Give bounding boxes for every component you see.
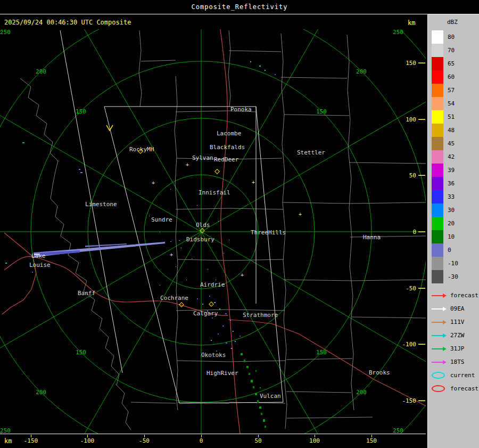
colorbar-swatch <box>432 30 443 44</box>
forecast-arrow-icon <box>432 294 449 298</box>
colorbar-value: 48 <box>448 127 455 134</box>
current-ellipse-icon <box>432 372 449 379</box>
colorbar-value: 36 <box>448 180 455 187</box>
colorbar-value: 33 <box>448 193 455 200</box>
timestamp-label: 2025/09/24 00:46:30 UTC Composite <box>4 19 131 26</box>
legend-label: 09EA <box>450 305 465 312</box>
x-axis-tick <box>87 435 88 437</box>
x-axis-label: 50 <box>254 437 261 444</box>
colorbar-entry: -30 <box>432 270 479 283</box>
window-title: Composite_Reflectivity <box>0 0 479 14</box>
colorbar-value: -10 <box>448 260 458 267</box>
colorbar-value: 54 <box>448 100 455 107</box>
legend-row-31JP: 31JP <box>432 342 479 355</box>
legend-row-111V: 111V <box>432 315 479 329</box>
x-axis-tick <box>144 435 145 437</box>
colorbar-entry: 20 <box>432 217 479 230</box>
x-axis-tick <box>258 435 259 437</box>
legend-label: 111V <box>450 319 465 325</box>
colorbar-value: 30 <box>448 207 455 214</box>
colorbar-value: 51 <box>448 113 455 120</box>
x-axis-tick <box>31 435 31 437</box>
colorbar-entry: 0 <box>432 243 479 257</box>
radar-map-canvas[interactable] <box>0 29 426 434</box>
colorbar-entry: 10 <box>432 230 479 243</box>
colorbar-entry: 39 <box>432 164 479 177</box>
27ZW-arrow-icon <box>432 333 449 338</box>
colorbar-entry: 51 <box>432 110 479 124</box>
legend-row-18TS: 18TS <box>432 355 479 369</box>
x-axis-tick <box>315 435 315 437</box>
legend-label: 31JP <box>450 345 465 352</box>
legend-label: 27ZW <box>450 332 465 339</box>
x-axis-label: -50 <box>139 437 150 444</box>
colorbar-swatch <box>432 97 443 110</box>
colorbar-swatch <box>432 177 443 190</box>
radial-lines <box>0 29 426 434</box>
legend-sidebar: dBZ 807065605754514845423936333020100-10… <box>427 14 479 448</box>
forecast-ellipse-icon <box>432 385 449 392</box>
radar-viewer-window: Composite_Reflectivity 2025/09/24 00:46:… <box>0 0 479 448</box>
colorbar-entry: 42 <box>432 150 479 164</box>
legend-row-current: current <box>432 369 479 382</box>
colorbar-entry: 33 <box>432 190 479 203</box>
track-legend: forecast09EA111V27ZW31JP18TScurrentforec… <box>432 289 479 395</box>
18TS-arrow-icon <box>432 360 449 364</box>
colorbar-swatch <box>432 243 443 257</box>
x-axis-label: 0 <box>200 437 203 444</box>
colorbar-entry: -10 <box>432 257 479 270</box>
dbz-unit-label: dBZ <box>447 19 479 26</box>
right-axis-ticks <box>418 63 425 401</box>
colorbar-swatch <box>432 124 443 137</box>
colorbar-swatch <box>432 203 443 217</box>
colorbar-value: -30 <box>448 273 458 280</box>
legend-row-27ZW: 27ZW <box>432 329 479 342</box>
colorbar-swatch <box>432 217 443 230</box>
colorbar: 807065605754514845423936333020100-10-30 <box>432 30 479 283</box>
legend-row-09EA: 09EA <box>432 302 479 315</box>
x-axis-tick <box>371 435 372 437</box>
colorbar-value: 70 <box>448 47 455 54</box>
colorbar-value: 60 <box>448 74 455 80</box>
colorbar-value: 80 <box>448 34 455 40</box>
x-axis-label: 100 <box>309 437 320 444</box>
legend-row-forecast: forecast <box>432 382 479 395</box>
colorbar-swatch <box>432 70 443 84</box>
legend-label: forecast <box>450 292 478 299</box>
x-axis-label: 150 <box>366 437 377 444</box>
x-axis-tick <box>201 435 202 437</box>
colorbar-entry: 48 <box>432 124 479 137</box>
colorbar-swatch <box>432 190 443 203</box>
colorbar-entry: 36 <box>432 177 479 190</box>
legend-label: forecast <box>450 385 478 392</box>
colorbar-entry: 57 <box>432 84 479 97</box>
colorbar-swatch <box>432 57 443 70</box>
legend-label: 18TS <box>450 359 465 365</box>
colorbar-value: 10 <box>448 233 455 240</box>
km-unit-top: km <box>408 19 415 27</box>
coverage-outline <box>60 30 283 403</box>
radar-echoes <box>5 61 276 428</box>
colorbar-entry: 54 <box>432 97 479 110</box>
colorbar-swatch <box>432 137 443 150</box>
legend-row-forecast: forecast <box>432 289 479 302</box>
colorbar-entry: 65 <box>432 57 479 70</box>
x-axis-label: -100 <box>80 437 95 444</box>
31JP-arrow-icon <box>432 347 449 351</box>
colorbar-entry: 60 <box>432 70 479 84</box>
colorbar-value: 39 <box>448 167 455 174</box>
colorbar-value: 65 <box>448 60 455 67</box>
colorbar-value: 20 <box>448 220 455 227</box>
colorbar-value: 57 <box>448 87 455 94</box>
colorbar-entry: 70 <box>432 44 479 57</box>
colorbar-swatch <box>432 230 443 243</box>
colorbar-swatch <box>432 84 443 97</box>
111V-arrow-icon <box>432 320 449 324</box>
09EA-arrow-icon <box>432 307 449 311</box>
colorbar-swatch <box>432 270 443 283</box>
colorbar-swatch <box>432 44 443 57</box>
colorbar-entry: 45 <box>432 137 479 150</box>
colorbar-swatch <box>432 150 443 164</box>
km-unit-bottom: km <box>4 437 12 445</box>
county-boundaries <box>20 30 426 430</box>
